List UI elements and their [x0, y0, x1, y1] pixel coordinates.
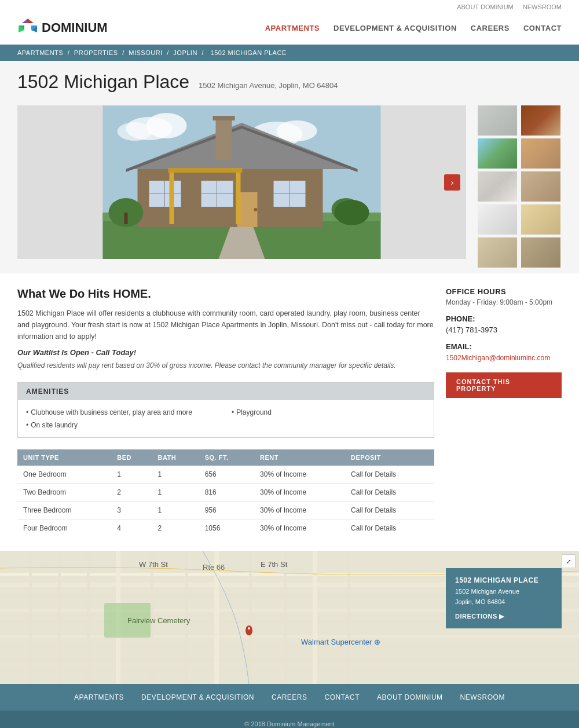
unit-sqft: 656 [199, 466, 254, 484]
svg-text:Walmart Supercenter ⊕: Walmart Supercenter ⊕ [301, 638, 380, 646]
unit-deposit: Call for Details [345, 502, 434, 520]
contact-property-button[interactable]: CONTACT THIS PROPERTY [446, 372, 562, 398]
unit-rent: 30% of Income [254, 520, 345, 537]
footer-nav: APARTMENTS DEVELOPMENT & ACQUISITION CAR… [0, 684, 579, 711]
thumbnail-4[interactable] [521, 138, 560, 169]
unit-sqft: 816 [199, 484, 254, 502]
thumbnail-2[interactable] [521, 105, 560, 136]
waitlist-text: Qualified residents will pay rent based … [17, 360, 434, 371]
footer-development-link[interactable]: DEVELOPMENT & ACQUISITION [141, 693, 254, 701]
map-property-name: 1502 MICHIGAN PLACE [455, 576, 552, 584]
svg-point-8 [146, 113, 187, 138]
thumbnail-7[interactable] [478, 204, 517, 235]
unit-sqft: 1056 [199, 520, 254, 537]
unit-bed: 1 [111, 466, 152, 484]
breadcrumb-missouri[interactable]: MISSOURI [129, 49, 162, 56]
unit-type: Three Bedroom [17, 502, 111, 520]
property-description: 1502 Michigan Place will offer residents… [17, 308, 434, 342]
svg-text:E 7th St: E 7th St [261, 560, 288, 569]
nav-careers[interactable]: CAREERS [471, 24, 510, 32]
table-row: One Bedroom 1 1 656 30% of Income Call f… [17, 466, 434, 484]
svg-text:Fairview Cemetery: Fairview Cemetery [127, 616, 190, 625]
svg-text:Rte 66: Rte 66 [203, 563, 225, 572]
breadcrumb-apartments[interactable]: APARTMENTS [17, 49, 63, 56]
logo-icon [17, 17, 38, 38]
svg-rect-49 [58, 551, 61, 684]
svg-marker-1 [22, 19, 28, 23]
svg-rect-31 [236, 169, 241, 224]
svg-rect-18 [213, 116, 235, 120]
breadcrumb-current: 1502 MICHIGAN PLACE [211, 49, 287, 56]
thumbnail-3[interactable] [478, 138, 517, 169]
footer-contact-link[interactable]: CONTACT [325, 693, 360, 701]
page-subtitle: 1502 Michigan Avenue, Joplin, MO 64804 [199, 81, 338, 90]
nav-contact[interactable]: CONTACT [523, 24, 562, 32]
footer-apartments-link[interactable]: APARTMENTS [74, 693, 124, 701]
svg-rect-55 [249, 551, 252, 684]
map-expand-button[interactable]: ⤢ [562, 554, 576, 568]
unit-sqft: 956 [199, 502, 254, 520]
svg-rect-32 [168, 168, 243, 173]
svg-rect-34 [124, 213, 128, 224]
unit-rent: 30% of Income [254, 484, 345, 502]
svg-rect-17 [216, 117, 232, 160]
breadcrumb-joplin[interactable]: JOPLIN [173, 49, 197, 56]
svg-point-64 [248, 627, 250, 630]
office-hours-value: Monday - Friday: 9:00am - 5:00pm [446, 298, 562, 306]
phone-value: (417) 781-3973 [446, 325, 562, 334]
svg-point-36 [335, 200, 369, 225]
email-value: 1502Michigan@dominiuminc.com [446, 353, 562, 362]
about-dominium-link[interactable]: ABOUT DOMINIUM [457, 3, 514, 10]
footer-bottom: © 2018 Dominium Management 2905 Northwes… [0, 711, 579, 728]
nav-development[interactable]: DEVELOPMENT & ACQUISITION [334, 24, 457, 32]
directions-link[interactable]: DIRECTIONS ▶ [455, 613, 552, 620]
email-label: EMAIL: [446, 342, 562, 351]
footer-newsroom-link[interactable]: NEWSROOM [460, 693, 505, 701]
col-bath: BATH [152, 449, 199, 466]
amenity-1: Clubhouse with business center, play are… [26, 408, 220, 416]
footer-careers-link[interactable]: CAREERS [272, 693, 307, 701]
breadcrumb-properties[interactable]: PROPERTIES [74, 49, 118, 56]
main-nav: DOMINIUM APARTMENTS DEVELOPMENT & ACQUIS… [0, 12, 579, 45]
nav-apartments[interactable]: APARTMENTS [265, 24, 320, 32]
email-link[interactable]: 1502Michigan@dominiuminc.com [446, 354, 550, 362]
footer-copyright: © 2018 Dominium Management [17, 719, 562, 728]
map-overlay-card: 1502 MICHIGAN PLACE 1502 Michigan Avenue… [446, 568, 562, 628]
page-title: 1502 Michigan Place [17, 71, 189, 93]
thumbnail-10[interactable] [521, 237, 560, 268]
phone-label: PHONE: [446, 314, 562, 323]
svg-rect-58 [347, 551, 350, 684]
unit-type: Four Bedroom [17, 520, 111, 537]
unit-bed: 4 [111, 520, 152, 537]
unit-deposit: Call for Details [345, 484, 434, 502]
svg-rect-48 [29, 551, 32, 684]
unit-deposit: Call for Details [345, 466, 434, 484]
thumbnail-9[interactable] [478, 237, 517, 268]
gallery-next-button[interactable]: › [444, 174, 460, 191]
amenity-3: On site laundry [26, 421, 220, 429]
thumbnail-8[interactable] [521, 204, 560, 235]
utility-nav: ABOUT DOMINIUM NEWSROOM [0, 0, 579, 12]
thumbnail-5[interactable] [478, 171, 517, 202]
table-row: Two Bedroom 2 1 816 30% of Income Call f… [17, 484, 434, 502]
property-heading: What We Do Hits HOME. [17, 287, 434, 301]
unit-bed: 3 [111, 502, 152, 520]
unit-bath: 2 [152, 520, 199, 537]
svg-rect-56 [284, 551, 287, 684]
unit-rent: 30% of Income [254, 466, 345, 484]
footer-about-link[interactable]: ABOUT DOMINIUM [377, 693, 442, 701]
newsroom-link[interactable]: NEWSROOM [523, 3, 562, 10]
info-left: What We Do Hits HOME. 1502 Michigan Plac… [17, 287, 434, 537]
svg-point-29 [254, 208, 258, 211]
col-rent: RENT [254, 449, 345, 466]
table-row: Four Bedroom 4 2 1056 30% of Income Call… [17, 520, 434, 537]
unit-type: Two Bedroom [17, 484, 111, 502]
svg-text:W 7th St: W 7th St [139, 560, 168, 569]
thumbnail-1[interactable] [478, 105, 517, 136]
svg-rect-57 [313, 551, 317, 684]
unit-bath: 1 [152, 502, 199, 520]
thumbnail-6[interactable] [521, 171, 560, 202]
unit-type: One Bedroom [17, 466, 111, 484]
logo[interactable]: DOMINIUM [17, 17, 108, 38]
map-section: Fairview Cemetery Walmart Supercenter ⊕ … [0, 551, 579, 684]
